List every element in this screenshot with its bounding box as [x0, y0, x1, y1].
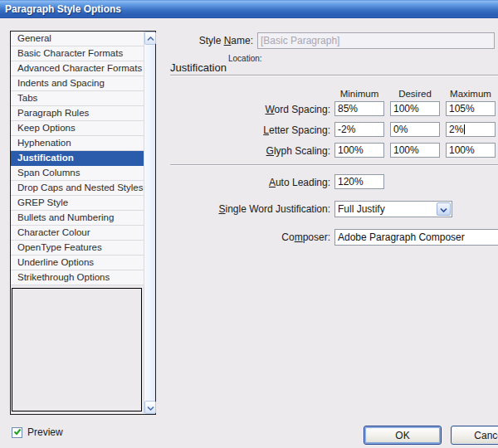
sidebar-item-justification[interactable]: Justification	[11, 151, 144, 166]
scroll-down-button[interactable]	[144, 401, 156, 414]
sidebar-item-strikethrough-options[interactable]: Strikethrough Options	[11, 270, 144, 285]
panel-list-items: General Basic Character Formats Advanced…	[11, 32, 144, 285]
composer-field[interactable]: Adobe Paragraph Composer	[334, 229, 498, 246]
sidebar-item-drop-caps-and-nested-styles[interactable]: Drop Caps and Nested Styles	[11, 181, 144, 196]
window-titlebar[interactable]: Paragraph Style Options	[0, 0, 498, 18]
sidebar-item-hyphenation[interactable]: Hyphenation	[11, 136, 144, 151]
word-spacing-desired-input[interactable]: 100%	[390, 101, 440, 116]
sidebar-item-general[interactable]: General	[11, 32, 144, 46]
cancel-button[interactable]: Cancel	[451, 426, 498, 445]
section-divider	[170, 164, 498, 165]
word-spacing-minimum-input[interactable]: 85%	[334, 101, 384, 116]
sidebar-item-basic-character-formats[interactable]: Basic Character Formats	[11, 46, 144, 61]
scroll-up-button[interactable]	[144, 32, 156, 45]
preview-label: Preview	[27, 426, 63, 439]
sidebar-item-tabs[interactable]: Tabs	[11, 91, 144, 106]
sidebar-item-opentype-features[interactable]: OpenType Features	[11, 241, 144, 256]
column-header-desired: Desired	[390, 89, 440, 99]
letter-spacing-label: Letter Spacing:	[166, 123, 330, 138]
style-name-label: Style Name:	[166, 33, 253, 48]
sidebar-item-underline-options[interactable]: Underline Options	[11, 256, 144, 270]
check-icon	[13, 426, 22, 438]
sidebar-item-character-colour[interactable]: Character Colour	[11, 226, 144, 241]
sidebar-item-keep-options[interactable]: Keep Options	[11, 121, 144, 136]
single-word-justification-label: Single Word Justification:	[141, 202, 330, 217]
chevron-down-icon	[440, 202, 447, 217]
glyph-scaling-desired-input[interactable]: 100%	[390, 143, 440, 158]
sidebar-item-span-columns[interactable]: Span Columns	[11, 166, 144, 181]
panel-list-scrollbar[interactable]	[144, 32, 155, 414]
single-word-justification-dropdown[interactable]: Full Justify	[334, 201, 452, 217]
panel-list-empty-area	[12, 288, 142, 411]
word-spacing-label: Word Spacing:	[166, 102, 330, 117]
section-title: Justification	[170, 61, 227, 74]
style-name-field: [Basic Paragraph]	[257, 32, 495, 49]
location-label: Location:	[228, 54, 262, 63]
section-title-rule	[170, 75, 498, 75]
preview-checkbox[interactable]	[12, 427, 22, 438]
sidebar-item-advanced-character-formats[interactable]: Advanced Character Formats	[11, 61, 144, 76]
panel-list: General Basic Character Formats Advanced…	[10, 31, 156, 415]
sidebar-item-paragraph-rules[interactable]: Paragraph Rules	[11, 106, 144, 121]
glyph-scaling-maximum-input[interactable]: 100%	[446, 143, 496, 158]
sidebar-item-bullets-and-numbering[interactable]: Bullets and Numbering	[11, 211, 144, 226]
chevron-down-icon	[147, 402, 154, 413]
sidebar-item-indents-and-spacing[interactable]: Indents and Spacing	[11, 76, 144, 91]
window-title: Paragraph Style Options	[5, 3, 121, 15]
text-cursor	[464, 124, 465, 134]
glyph-scaling-label: Glyph Scaling:	[166, 144, 330, 158]
column-header-minimum: Minimum	[334, 89, 384, 99]
letter-spacing-maximum-input[interactable]: 2%	[446, 122, 496, 137]
auto-leading-label: Auto Leading:	[166, 175, 330, 190]
composer-label: Composer:	[166, 230, 330, 245]
paragraph-style-options-dialog: General Basic Character Formats Advanced…	[0, 18, 498, 448]
word-spacing-maximum-input[interactable]: 105%	[446, 101, 496, 116]
dropdown-button[interactable]	[437, 202, 451, 216]
glyph-scaling-minimum-input[interactable]: 100%	[334, 143, 384, 158]
column-header-maximum: Maximum	[446, 89, 496, 99]
ok-button[interactable]: OK	[364, 426, 442, 445]
letter-spacing-desired-input[interactable]: 0%	[390, 122, 440, 137]
chevron-up-icon	[147, 32, 154, 44]
auto-leading-input[interactable]: 120%	[334, 174, 384, 189]
letter-spacing-minimum-input[interactable]: -2%	[334, 122, 384, 137]
sidebar-item-grep-style[interactable]: GREP Style	[11, 196, 144, 211]
